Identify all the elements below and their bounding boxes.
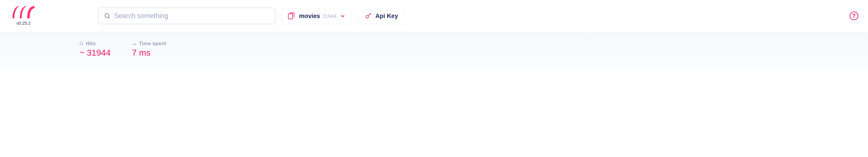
svg-point-3 (366, 15, 369, 18)
documents-icon (288, 12, 295, 20)
stat-hits-label: Hits (86, 41, 96, 47)
search-icon (104, 12, 111, 19)
svg-point-0 (105, 13, 109, 18)
logo-icon (12, 6, 34, 18)
index-name: movies (299, 12, 320, 19)
header-bar: v0.25.2 movies 31944 Api Key (0, 0, 868, 32)
svg-line-5 (82, 44, 83, 45)
svg-point-4 (80, 42, 83, 45)
logo-area: v0.25.2 (10, 6, 37, 26)
index-selector[interactable]: movies 31944 (282, 8, 351, 24)
index-count: 31944 (322, 14, 336, 19)
gauge-icon (132, 41, 137, 46)
help-button[interactable]: ? (850, 11, 858, 20)
version-label: v0.25.2 (17, 21, 31, 26)
stat-time: Time spent 7 ms (132, 41, 166, 58)
api-key-button[interactable]: Api Key (357, 8, 406, 24)
search-input[interactable] (114, 12, 270, 20)
svg-line-1 (108, 17, 110, 18)
stats-bar: Hits ~ 31944 Time spent 7 ms (0, 32, 868, 70)
search-box[interactable] (98, 8, 276, 24)
stat-time-label: Time spent (139, 41, 166, 47)
api-key-label: Api Key (375, 12, 398, 20)
svg-rect-2 (288, 14, 292, 19)
key-icon (365, 12, 372, 19)
stat-hits: Hits ~ 31944 (80, 41, 111, 58)
chevron-down-icon (341, 14, 345, 18)
help-icon: ? (852, 13, 856, 19)
stat-time-value: 7 ms (132, 48, 166, 58)
search-icon (80, 41, 84, 46)
stat-hits-value: ~ 31944 (80, 48, 111, 58)
